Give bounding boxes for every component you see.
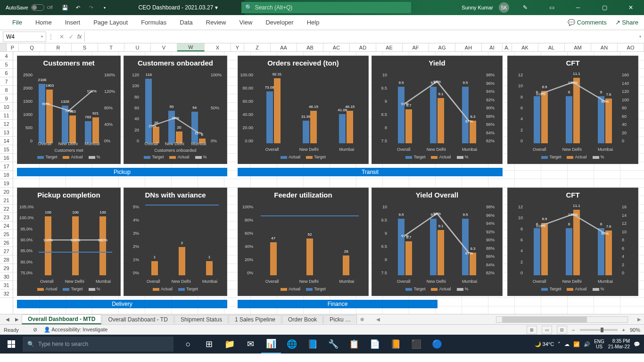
chart-c4[interactable]: Yield109.598.587.598%96%94%92%90%88%86%8… [372, 56, 503, 164]
chart-c10[interactable]: CFT121086420161412108642088.9811.187.611… [507, 188, 638, 296]
filename[interactable]: CEO Dashboard - 2021.03.27 ▾ [139, 4, 218, 11]
row-header[interactable]: 22 [0, 205, 13, 213]
chart-c8[interactable]: Feeder utilization100%80%60%40%20%0%4752… [238, 188, 369, 296]
language-indicator[interactable]: ENGUS [594, 339, 604, 349]
row-header[interactable]: 14 [0, 137, 13, 145]
new-sheet-icon[interactable]: ⊕ [357, 317, 367, 322]
chart-c2[interactable]: Customers onboarded120100806040200100%50… [124, 56, 227, 164]
mail-icon[interactable]: ✉ [240, 335, 260, 354]
save-icon[interactable]: 💾 [59, 2, 71, 13]
cancel-icon[interactable]: ✕ [59, 33, 64, 40]
pen-icon[interactable]: ✎ [515, 0, 536, 15]
row-header[interactable]: 9 [0, 94, 13, 103]
qat-dropdown-icon[interactable]: ▾ [99, 2, 110, 13]
terminal-icon[interactable]: ⬛ [406, 335, 426, 354]
column-header[interactable]: W [177, 43, 205, 51]
row-header[interactable]: 6 [0, 69, 13, 77]
formula-input[interactable] [84, 32, 636, 42]
chart-c6[interactable]: Pickup completion105.0%100.0%95.0%90.0%8… [17, 188, 121, 296]
row-header[interactable]: 29 [0, 264, 13, 272]
row-header[interactable]: 28 [0, 255, 13, 264]
avatar[interactable]: SK [499, 2, 509, 13]
worksheet-cells[interactable]: PickupTransitDeliveryFinanceCustomers me… [13, 52, 644, 314]
chart-c7[interactable]: DNs with variance5%4%3%2%1%0%121OverallN… [124, 188, 227, 296]
tray-chevron-icon[interactable]: ˄ [558, 341, 561, 347]
row-header[interactable]: 27 [0, 247, 13, 255]
view-pagelayout-icon[interactable]: ▭ [542, 326, 552, 334]
select-all-corner[interactable] [0, 43, 7, 51]
accessibility-status[interactable]: 👤 Accessibility: Investigate [44, 327, 108, 333]
powerpoint-icon[interactable]: 📙 [386, 335, 405, 354]
view-normal-icon[interactable]: ⊞ [527, 326, 537, 334]
notifications-icon[interactable]: 💬 [634, 341, 640, 347]
sheet-tab[interactable]: Order Book [282, 315, 323, 324]
comments-button[interactable]: 💬 Comments [568, 19, 606, 26]
taskbar-search[interactable]: 🔍 Type here to search [23, 337, 173, 352]
column-header[interactable]: R [45, 43, 72, 51]
user-name[interactable]: Sunny Kumar [462, 5, 493, 10]
column-header[interactable]: Z [244, 43, 271, 51]
row-header[interactable]: 30 [0, 272, 13, 281]
tab-view[interactable]: View [232, 15, 259, 30]
column-header[interactable]: AN [591, 43, 618, 51]
enter-icon[interactable]: ✓ [69, 33, 74, 40]
column-header[interactable]: U [124, 43, 151, 51]
row-header[interactable]: 11 [0, 111, 13, 120]
row-header[interactable]: 8 [0, 86, 13, 94]
tab-developer[interactable]: Developer [259, 15, 300, 30]
row-header[interactable]: 15 [0, 145, 13, 154]
undo-icon[interactable]: ↶ [73, 2, 84, 13]
row-header[interactable]: 23 [0, 213, 13, 222]
row-header[interactable]: 32 [0, 289, 13, 298]
column-header[interactable]: S [72, 43, 98, 51]
row-header[interactable]: 19 [0, 179, 13, 188]
view-pagebreak-icon[interactable]: ⊟ [557, 326, 567, 334]
minimize-icon[interactable]: ─ [568, 0, 588, 15]
sheet-tab[interactable]: Picku … [323, 315, 357, 324]
column-header[interactable]: AG [429, 43, 455, 51]
ribbon-mode-icon[interactable]: ▭ [541, 0, 562, 15]
tab-review[interactable]: Review [199, 15, 233, 30]
tab-home[interactable]: Home [29, 15, 58, 30]
column-header[interactable]: AM [565, 43, 591, 51]
edge-icon[interactable]: 🔵 [427, 335, 447, 354]
fx-icon[interactable]: fx [77, 33, 82, 40]
tab-pagelayout[interactable]: Page Layout [87, 15, 134, 30]
row-header[interactable]: 26 [0, 239, 13, 247]
tab-formulas[interactable]: Formulas [134, 15, 173, 30]
column-header[interactable]: AF [403, 43, 429, 51]
explorer-icon[interactable]: 📁 [220, 335, 239, 354]
share-button[interactable]: ↗ Share [615, 19, 638, 26]
row-header[interactable]: 21 [0, 196, 13, 205]
column-header[interactable]: Y [231, 43, 244, 51]
word-icon[interactable]: 📄 [365, 335, 385, 354]
row-header[interactable]: 10 [0, 103, 13, 111]
volume-icon[interactable]: 🔊 [584, 341, 590, 347]
column-header[interactable]: AK [512, 43, 538, 51]
weather-widget[interactable]: 🌙 34°C [535, 341, 554, 347]
sheet-tab-active[interactable]: Overall Dashboard - MTD [22, 314, 101, 324]
sheet-nav-next[interactable]: ▶ [12, 317, 22, 322]
column-header[interactable]: T [98, 43, 124, 51]
row-header[interactable]: 18 [0, 171, 13, 179]
column-header[interactable]: AE [376, 43, 403, 51]
row-header[interactable]: 5 [0, 60, 13, 69]
chart-c1[interactable]: Customers met25002000150010005000160%120… [17, 56, 121, 164]
sheet-tab[interactable]: 1 Sales Pipeline [229, 315, 281, 324]
column-header[interactable]: AC [323, 43, 350, 51]
row-header[interactable]: 17 [0, 162, 13, 171]
clock[interactable]: 8:35 PM21-Mar-22 [608, 338, 630, 350]
name-box[interactable]: W4▾ [3, 32, 46, 42]
expand-formula-icon[interactable]: ▾ [636, 34, 644, 39]
app-icon[interactable]: 📋 [344, 335, 364, 354]
sheet-tab[interactable]: Overall Dashboard - TD [102, 315, 174, 324]
row-header[interactable]: 24 [0, 222, 13, 230]
column-header[interactable]: A. [503, 43, 512, 51]
horizontal-scrollbar[interactable] [496, 316, 628, 323]
zoom-level[interactable]: 90% [630, 327, 640, 333]
row-header[interactable]: 16 [0, 154, 13, 162]
excel-icon[interactable]: 📊 [261, 335, 281, 354]
row-header[interactable]: 4 [0, 52, 13, 60]
column-header[interactable]: AB [297, 43, 323, 51]
column-header[interactable]: P [7, 43, 19, 51]
